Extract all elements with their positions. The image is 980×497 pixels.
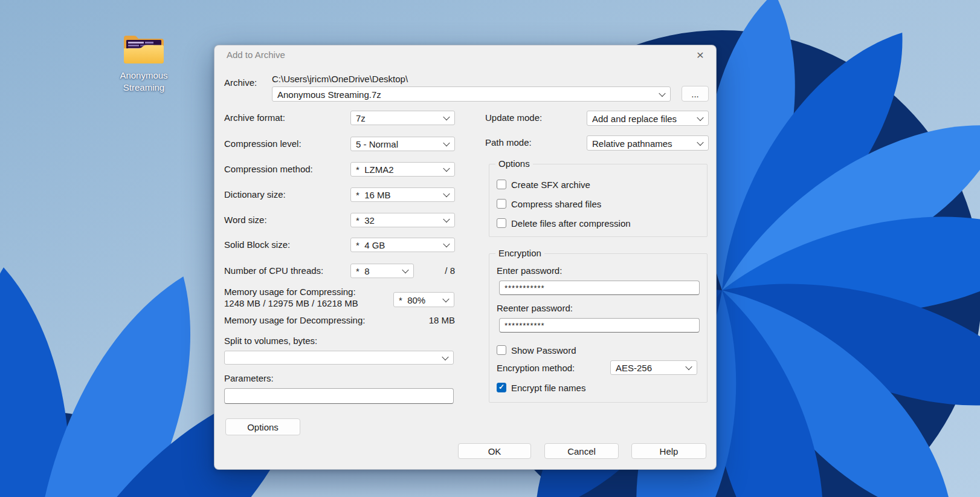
options-button[interactable]: Options — [225, 418, 300, 435]
compression-method-combo[interactable]: * LZMA2 — [350, 162, 455, 177]
split-volumes-label: Split to volumes, bytes: — [224, 335, 317, 347]
path-mode-combo[interactable]: Relative pathnames — [587, 135, 709, 151]
chevron-down-icon — [697, 114, 703, 120]
checkbox-icon — [497, 180, 506, 189]
archive-path: C:\Users\jricm\OneDrive\Desktop\ — [272, 73, 408, 85]
compression-method-label: Compression method: — [224, 163, 313, 175]
checkbox-icon — [497, 383, 506, 392]
checkbox-icon — [497, 218, 506, 228]
parameters-label: Parameters: — [224, 372, 274, 385]
ok-button[interactable]: OK — [458, 443, 531, 459]
encryption-method-label: Encryption method: — [497, 362, 575, 374]
cancel-button[interactable]: Cancel — [544, 443, 619, 459]
archive-name-combo[interactable]: Anonymous Streaming.7z — [272, 86, 671, 102]
dialog-add-to-archive: Add to Archive × Archive: C:\Users\jricm… — [214, 45, 717, 470]
folder-icon — [122, 33, 166, 67]
update-mode-combo[interactable]: Add and replace files — [587, 111, 709, 126]
memory-compressing-label: Memory usage for Compressing: 1248 MB / … — [224, 286, 358, 309]
desktop-icon-anonymous-streaming[interactable]: Anonymous Streaming — [102, 33, 186, 94]
enter-password-input[interactable] — [499, 281, 700, 295]
chevron-down-icon — [443, 140, 450, 146]
memory-decompressing-value: 18 MB — [350, 314, 455, 326]
word-size-label: Word size: — [224, 214, 267, 226]
update-mode-label: Update mode: — [485, 112, 542, 124]
reenter-password-label: Reenter password: — [497, 302, 573, 314]
dictionary-size-label: Dictionary size: — [224, 189, 286, 201]
split-volumes-combo[interactable] — [224, 351, 454, 365]
chevron-down-icon — [442, 295, 449, 302]
chevron-down-icon — [443, 165, 450, 172]
solid-block-size-combo[interactable]: * 4 GB — [350, 238, 455, 252]
parameters-input[interactable] — [224, 388, 454, 404]
dialog-titlebar[interactable]: Add to Archive × — [214, 45, 716, 63]
checkbox-compress-shared-files[interactable]: Compress shared files — [497, 198, 601, 209]
solid-block-size-label: Solid Block size: — [224, 239, 290, 251]
chevron-down-icon — [685, 363, 692, 370]
compression-level-label: Compression level: — [224, 138, 301, 150]
compression-level-combo[interactable]: 5 - Normal — [350, 137, 455, 151]
help-button[interactable]: Help — [631, 443, 706, 459]
chevron-down-icon — [443, 216, 450, 223]
dialog-title: Add to Archive — [227, 50, 285, 60]
encryption-method-combo[interactable]: AES-256 — [610, 360, 697, 375]
chevron-down-icon — [443, 241, 450, 247]
options-group: Options Create SFX archive Compress shar… — [489, 164, 708, 237]
encryption-group-title: Encryption — [495, 248, 544, 258]
archive-label: Archive: — [224, 77, 257, 89]
options-group-title: Options — [495, 158, 533, 169]
close-icon: × — [697, 48, 704, 62]
checkbox-delete-files-after-compression[interactable]: Delete files after compression — [497, 218, 631, 229]
browse-button[interactable]: ... — [682, 86, 709, 102]
cpu-threads-label: Number of CPU threads: — [224, 265, 323, 277]
chevron-down-icon — [442, 353, 448, 360]
checkbox-icon — [497, 199, 506, 209]
chevron-down-icon — [659, 89, 665, 96]
chevron-down-icon — [443, 190, 450, 197]
word-size-combo[interactable]: * 32 — [350, 213, 455, 227]
checkbox-icon — [497, 345, 506, 355]
memory-compressing-detail: 1248 MB / 12975 MB / 16218 MB — [224, 297, 358, 309]
close-button[interactable]: × — [691, 47, 710, 63]
memory-decompressing-label: Memory usage for Decompressing: — [224, 314, 365, 326]
cpu-threads-total: / 8 — [350, 265, 455, 277]
checkbox-create-sfx-archive[interactable]: Create SFX archive — [497, 179, 590, 190]
chevron-down-icon — [697, 138, 703, 145]
dictionary-size-combo[interactable]: * 16 MB — [350, 187, 455, 202]
enter-password-label: Enter password: — [497, 265, 562, 277]
path-mode-label: Path mode: — [485, 137, 532, 149]
checkbox-show-password[interactable]: Show Password — [497, 345, 576, 356]
chevron-down-icon — [443, 114, 450, 120]
desktop-icon-label: Anonymous Streaming — [102, 70, 186, 94]
memory-usage-combo[interactable]: * 80% — [393, 292, 454, 307]
encryption-group: Encryption Enter password: Reenter passw… — [489, 253, 708, 403]
archive-format-combo[interactable]: 7z — [350, 111, 455, 125]
checkbox-encrypt-file-names[interactable]: Encrypt file names — [497, 382, 585, 393]
reenter-password-input[interactable] — [499, 318, 700, 333]
archive-format-label: Archive format: — [224, 112, 285, 124]
